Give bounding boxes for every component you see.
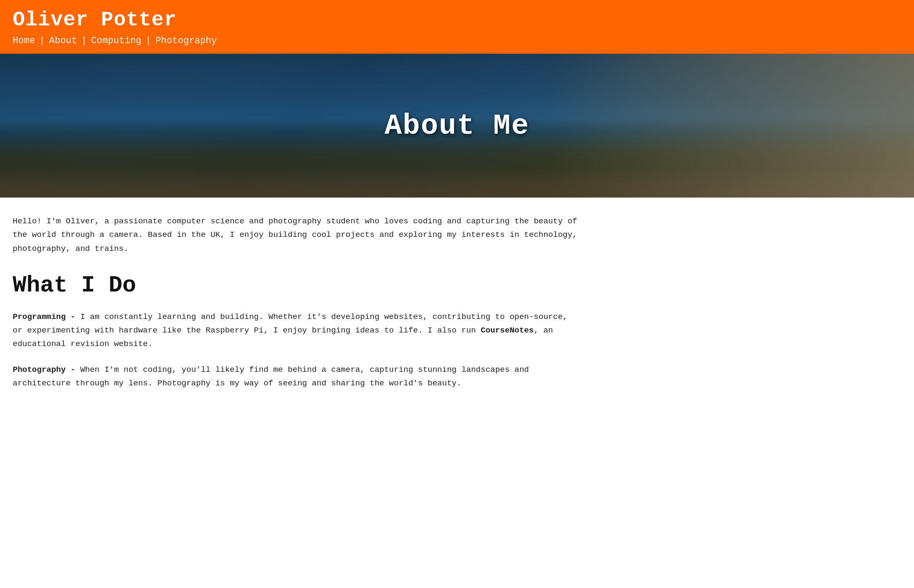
coursenotes-link[interactable]: CourseNotes <box>481 326 534 335</box>
nav-sep-2: | <box>81 36 87 46</box>
nav-computing[interactable]: Computing <box>91 36 141 46</box>
nav-photography[interactable]: Photography <box>155 36 217 46</box>
nav-about[interactable]: About <box>49 36 77 46</box>
photography-label: Photography - <box>13 365 75 374</box>
site-nav: Home | About | Computing | Photography <box>13 36 901 46</box>
intro-text: Hello! I'm Oliver, a passionate computer… <box>13 214 580 256</box>
hero-section: About Me <box>0 54 914 198</box>
what-i-do-heading: What I Do <box>13 272 580 298</box>
site-header: Oliver Potter Home | About | Computing |… <box>0 0 914 54</box>
nav-sep-1: | <box>39 36 45 46</box>
photography-text: When I'm not coding, you'll likely find … <box>13 365 529 388</box>
programming-paragraph: Programming - I am constantly learning a… <box>13 310 580 351</box>
photography-paragraph: Photography - When I'm not coding, you'l… <box>13 363 580 390</box>
site-title: Oliver Potter <box>13 8 901 31</box>
programming-label: Programming - <box>13 312 75 321</box>
nav-sep-3: | <box>146 36 151 46</box>
nav-home[interactable]: Home <box>13 36 35 46</box>
hero-title: About Me <box>385 110 529 142</box>
building-overlay <box>548 54 914 198</box>
main-content: Hello! I'm Oliver, a passionate computer… <box>0 198 592 427</box>
